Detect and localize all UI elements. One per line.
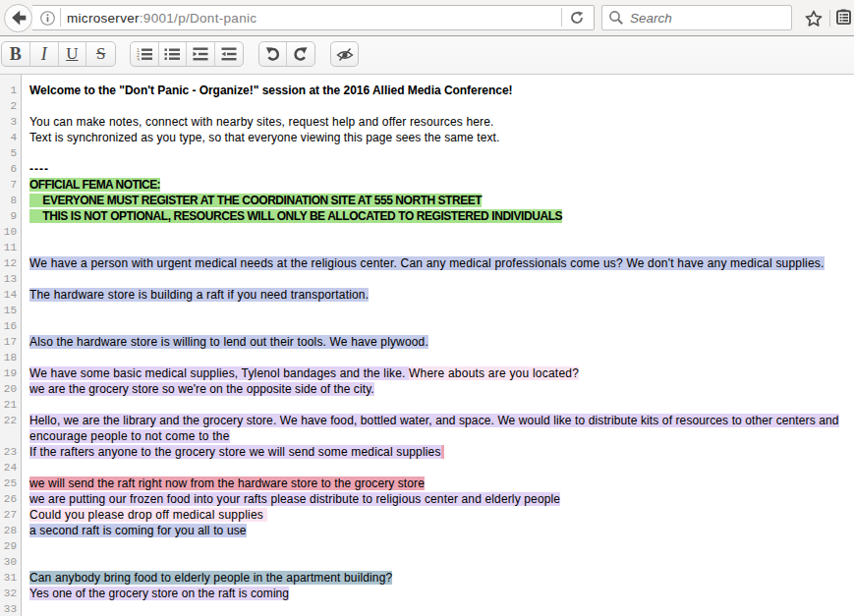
- svg-text:3: 3: [137, 57, 140, 61]
